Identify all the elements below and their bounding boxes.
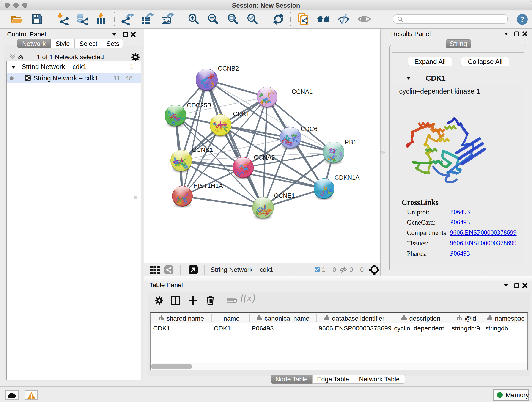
svg-text:CDKN1A: CDKN1A xyxy=(335,174,360,181)
svg-text:HIST1H1A: HIST1H1A xyxy=(193,182,223,189)
svg-text:CCNE1: CCNE1 xyxy=(274,192,295,199)
svg-text:CCNB1: CCNB1 xyxy=(192,147,213,153)
svg-text:RB1: RB1 xyxy=(345,139,357,146)
svg-text:CCNA2: CCNA2 xyxy=(254,154,275,161)
svg-text:CCNA1: CCNA1 xyxy=(292,88,313,95)
svg-text:CCNB2: CCNB2 xyxy=(218,65,239,72)
svg-text:CDC6: CDC6 xyxy=(301,126,317,133)
svg-text:CDC25B: CDC25B xyxy=(187,102,211,109)
svg-text:CDK1: CDK1 xyxy=(233,110,249,117)
